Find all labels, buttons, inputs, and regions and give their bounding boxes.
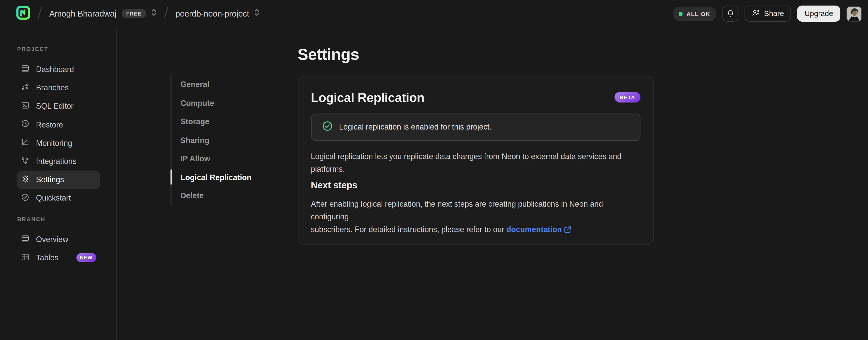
- sidebar-item-label: Branches: [36, 83, 69, 92]
- sidebar-section-project: PROJECT: [17, 47, 116, 52]
- sidebar-item-quickstart[interactable]: Quickstart: [17, 189, 100, 207]
- chart-icon: [21, 138, 30, 148]
- new-badge: NEW: [76, 253, 96, 262]
- settings-content: Settings Logical Replication BETA Logica…: [298, 44, 653, 245]
- sidebar-branch-list: Overview Tables NEW: [0, 230, 116, 267]
- sidebar-item-overview[interactable]: Overview: [17, 230, 100, 249]
- sidebar: PROJECT Dashboard: [0, 28, 117, 340]
- project-selector-chevrons-icon[interactable]: [254, 8, 259, 19]
- sidebar-item-monitoring[interactable]: Monitoring: [17, 134, 100, 152]
- next-steps-paragraph: After enabling logical replication, the …: [311, 197, 640, 237]
- sidebar-item-dashboard[interactable]: Dashboard: [17, 60, 100, 78]
- sidebar-item-label: Monitoring: [36, 138, 72, 147]
- sidebar-item-integrations[interactable]: Integrations: [17, 152, 100, 171]
- settings-nav-logical-replication[interactable]: Logical Replication: [172, 168, 251, 187]
- settings-nav-storage[interactable]: Storage: [172, 112, 251, 131]
- org-selector-chevrons-icon[interactable]: [151, 8, 157, 19]
- settings-nav-compute[interactable]: Compute: [172, 94, 251, 112]
- page-title: Settings: [298, 44, 653, 64]
- sidebar-item-label: Dashboard: [36, 65, 74, 74]
- topbar-actions: ALL OK: [672, 6, 862, 22]
- sidebar-section-branch: BRANCH: [17, 217, 116, 222]
- breadcrumb-separator: [164, 7, 168, 21]
- next-steps-title: Next steps: [311, 179, 640, 192]
- topbar: Amogh Bharadwaj FREE peerdb-neon-project…: [0, 0, 868, 28]
- main-area: General Compute Storage Sharing IP Allow…: [117, 28, 868, 340]
- sidebar-item-label: Settings: [36, 175, 64, 184]
- upgrade-button[interactable]: Upgrade: [797, 6, 840, 22]
- success-check-circle-icon: [322, 121, 332, 133]
- alert-text: Logical replication is enabled for this …: [339, 122, 492, 131]
- window-icon: [21, 64, 30, 75]
- sidebar-item-restore[interactable]: Restore: [17, 115, 100, 134]
- sidebar-item-label: Overview: [36, 235, 68, 244]
- sidebar-item-branches[interactable]: Branches: [17, 78, 100, 97]
- documentation-link[interactable]: documentation: [506, 225, 571, 234]
- replication-enabled-alert: Logical replication is enabled for this …: [311, 113, 640, 140]
- status-pill[interactable]: ALL OK: [672, 7, 716, 21]
- sidebar-item-label: Tables: [36, 253, 59, 262]
- beta-badge: BETA: [615, 92, 640, 102]
- breadcrumb-separator: [38, 7, 42, 21]
- status-dot-icon: [678, 12, 682, 16]
- card-title: Logical Replication: [311, 88, 425, 106]
- sidebar-item-label: SQL Editor: [36, 102, 74, 110]
- sidebar-item-label: Quickstart: [36, 194, 71, 203]
- window-icon: [21, 234, 30, 245]
- gear-icon: [21, 174, 30, 185]
- users-icon: [752, 9, 760, 19]
- documentation-link-label: documentation: [506, 225, 562, 234]
- sidebar-item-tables[interactable]: Tables NEW: [17, 249, 100, 267]
- share-button[interactable]: Share: [745, 6, 791, 22]
- logical-replication-card: Logical Replication BETA Logical replica…: [298, 76, 653, 245]
- neon-logo-icon[interactable]: [16, 5, 31, 22]
- settings-nav-sharing[interactable]: Sharing: [172, 131, 251, 149]
- settings-nav-ip-allow[interactable]: IP Allow: [172, 149, 251, 168]
- replication-description: Logical replication lets you replicate d…: [311, 150, 640, 175]
- branches-icon: [21, 82, 30, 93]
- sidebar-item-label: Integrations: [36, 157, 76, 166]
- user-avatar[interactable]: [846, 6, 862, 21]
- app-body: PROJECT Dashboard: [0, 28, 868, 340]
- breadcrumb-org-name[interactable]: Amogh Bharadwaj: [49, 9, 117, 18]
- share-label: Share: [764, 10, 784, 18]
- settings-nav-delete[interactable]: Delete: [172, 187, 251, 205]
- status-label: ALL OK: [686, 10, 710, 17]
- notifications-button[interactable]: [722, 6, 739, 22]
- sidebar-project-list: Dashboard Branches: [0, 60, 116, 207]
- breadcrumb-project-name[interactable]: peerdb-neon-project: [176, 9, 249, 18]
- neon-console: Amogh Bharadwaj FREE peerdb-neon-project…: [0, 0, 868, 340]
- bell-icon: [726, 9, 735, 19]
- check-circle-icon: [21, 193, 30, 203]
- terminal-icon: [21, 101, 30, 111]
- sidebar-item-settings[interactable]: Settings: [17, 171, 100, 189]
- sidebar-item-label: Restore: [36, 120, 63, 129]
- external-link-icon: [564, 224, 571, 237]
- sidebar-item-sql-editor[interactable]: SQL Editor: [17, 97, 100, 115]
- table-icon: [21, 252, 30, 263]
- settings-nav: General Compute Storage Sharing IP Allow…: [170, 75, 252, 205]
- history-icon: [21, 119, 30, 130]
- integrations-icon: [21, 156, 30, 166]
- settings-nav-general[interactable]: General: [172, 75, 251, 94]
- plan-badge: FREE: [122, 9, 146, 18]
